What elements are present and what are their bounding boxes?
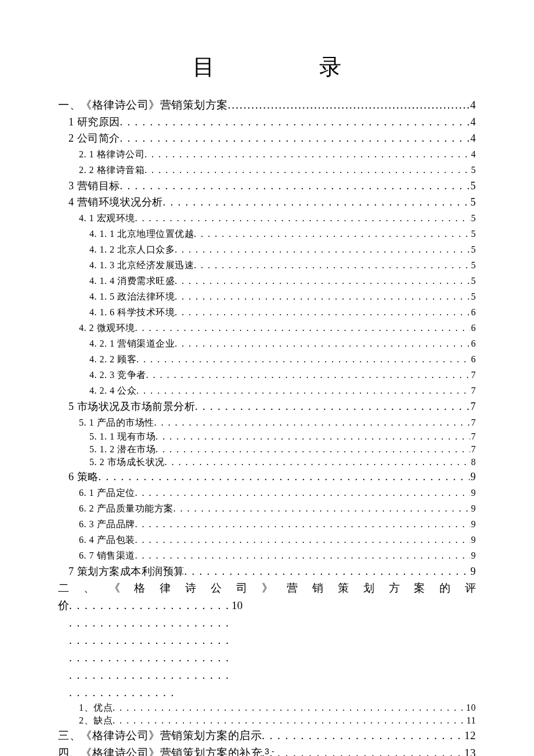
toc-entry-label: 6 策略 [68, 469, 99, 485]
toc-leader: . . . . . . . . . . . . . . . . . . . . … [135, 532, 470, 548]
document-page: 目录 一、《格律诗公司》营销策划方案......................… [0, 0, 534, 756]
toc-entry: 6. 7 销售渠道. . . . . . . . . . . . . . . .… [79, 548, 476, 563]
toc-leader: . . . . . . . . . . . . . . . . . . . . … [99, 469, 470, 485]
toc-entry: 5. 1. 1 现有市场. . . . . . . . . . . . . . … [89, 430, 476, 443]
toc-page-number: 6 [470, 320, 477, 336]
toc-leader: . . . . . . . . . . . . . . . . . . . . … [262, 727, 463, 744]
toc-leader: . . . . . . . . . . . . . . . . . . . . … [194, 226, 470, 242]
toc-entry-label: 一、《格律诗公司》营销策划方案 [58, 96, 228, 114]
toc-entry: 4. 1. 5 政治法律环境. . . . . . . . . . . . . … [89, 289, 476, 304]
toc-page-number: 10 [465, 701, 476, 714]
toc-leader: . . . . . . . . . . . . . . . . . . . . … [120, 178, 470, 194]
toc-entry-label: 二 、 《 格 律 诗 公 司 》 营 销 策 划 方 案 的 评 [58, 579, 476, 597]
toc-leader: . . . . . . . . . . . . . . . . . . . . … [195, 398, 470, 415]
toc-entry-label: 5. 2 市场成长状况 [89, 456, 165, 469]
toc-page-number: 9 [470, 469, 477, 485]
toc-page-number: 9 [470, 501, 477, 516]
toc-entry: 4 营销环境状况分析. . . . . . . . . . . . . . . … [68, 194, 476, 210]
toc-leader: . . . . . . . . . . . . . . . . . . . . … [135, 485, 470, 501]
toc-entry-label: 6. 7 销售渠道 [79, 548, 135, 563]
toc-leader: . . . . . . . . . . . . . . . . . . . . … [113, 701, 465, 714]
toc-entry: 一、《格律诗公司》营销策划方案.........................… [58, 96, 476, 114]
toc-entry-line2: 价 . . . . . . . . . . . . . . . . . . . … [58, 597, 476, 701]
toc-entry-label-tail: 价 [58, 597, 69, 614]
toc-page-number: 5 [470, 178, 477, 194]
toc-leader: . . . . . . . . . . . . . . . . . . . . … [145, 162, 470, 178]
toc-entry: 4. 1. 6 科学技术环境. . . . . . . . . . . . . … [89, 304, 476, 320]
toc-leader: . . . . . . . . . . . . . . . . . . . . … [175, 289, 470, 304]
toc-page-number: 7 [470, 398, 477, 415]
toc-entry-label: 4. 2. 1 营销渠道企业 [89, 336, 175, 351]
toc-leader: . . . . . . . . . . . . . . . . . . . . … [156, 430, 470, 443]
toc-entry: 4. 1 宏观环境. . . . . . . . . . . . . . . .… [79, 210, 476, 226]
toc-entry-label: 三、《格律诗公司》营销策划方案的启示 [58, 727, 262, 744]
toc-leader: . . . . . . . . . . . . . . . . . . . . … [156, 443, 470, 456]
toc-entry-label: 7 策划方案成本利润预算 [68, 563, 185, 579]
toc-page-number: 9 [470, 548, 477, 563]
toc-entry-label: 3 营销目标 [68, 178, 120, 194]
toc-entry-label: 2、缺点 [79, 714, 113, 727]
toc-entry-label: 4. 2. 2 顾客 [89, 351, 136, 367]
toc-page-number: 6 [470, 336, 477, 351]
toc-leader: . . . . . . . . . . . . . . . . . . . . … [136, 351, 470, 367]
toc-leader: . . . . . . . . . . . . . . . . . . . . … [136, 383, 470, 398]
toc-entry-label: 5. 1 产品的市场性 [79, 415, 154, 430]
toc-entry: 4. 1. 1 北京地理位置优越. . . . . . . . . . . . … [89, 226, 476, 242]
toc-entry-label: 4. 1. 1 北京地理位置优越 [89, 226, 194, 242]
toc-entry: 3 营销目标. . . . . . . . . . . . . . . . . … [68, 178, 476, 194]
toc-leader: . . . . . . . . . . . . . . . . . . . . … [194, 257, 470, 273]
toc-page-number: 7 [470, 367, 477, 383]
toc-leader: . . . . . . . . . . . . . . . . . . . . … [175, 336, 470, 351]
toc-entry-label: 4. 2. 3 竞争者 [89, 367, 146, 383]
toc-entry: 4. 2. 2 顾客. . . . . . . . . . . . . . . … [89, 351, 476, 367]
toc-leader: . . . . . . . . . . . . . . . . . . . . … [120, 114, 470, 130]
toc-page-number: 7 [470, 430, 477, 443]
toc-leader: . . . . . . . . . . . . . . . . . . . . … [165, 456, 470, 469]
toc-entry-label: 6. 4 产品包装 [79, 532, 135, 548]
toc-entry: 1、优点. . . . . . . . . . . . . . . . . . … [79, 701, 476, 714]
toc-page-number: 4 [470, 114, 477, 130]
toc-page-number: 7 [470, 415, 477, 430]
toc-page-number: 5 [470, 162, 477, 178]
toc-page-number: 4 [470, 146, 477, 162]
toc-entry-label: 1 研究原因 [68, 114, 120, 130]
toc-entry-label: 6. 1 产品定位 [79, 485, 135, 501]
toc-page-number: 9 [470, 516, 477, 532]
toc-entry-label: 4. 1 宏观环境 [79, 210, 135, 226]
toc-entry: 4. 1. 3 北京经济发展迅速. . . . . . . . . . . . … [89, 257, 476, 273]
toc-entry: 2、缺点. . . . . . . . . . . . . . . . . . … [79, 714, 476, 727]
toc-leader: . . . . . . . . . . . . . . . . . . . . … [185, 563, 470, 579]
toc-entry: 5 市场状况及市场前景分析. . . . . . . . . . . . . .… [68, 398, 476, 415]
toc-leader: . . . . . . . . . . . . . . . . . . . . … [135, 516, 470, 532]
toc-page-number: 5 [470, 289, 477, 304]
toc-entry: 4. 2. 3 竞争者. . . . . . . . . . . . . . .… [89, 367, 476, 383]
toc-page-number: 4 [470, 130, 477, 146]
toc-entry: 6. 1 产品定位. . . . . . . . . . . . . . . .… [79, 485, 476, 501]
toc-leader: . . . . . . . . . . . . . . . . . . . . … [135, 210, 470, 226]
toc-page-number: 6 [470, 304, 477, 320]
toc-page-number: 12 [463, 727, 476, 744]
toc-entry-label: 5. 1. 1 现有市场 [89, 430, 156, 443]
toc-entry: 6. 3 产品品牌. . . . . . . . . . . . . . . .… [79, 516, 476, 532]
toc-page-number: 5 [470, 273, 477, 289]
toc-page-number: 9 [470, 563, 477, 579]
toc-entry-label: 4. 1. 3 北京经济发展迅速 [89, 257, 194, 273]
toc-page-number: 5 [470, 194, 477, 210]
toc-entry-label: 5 市场状况及市场前景分析 [68, 398, 195, 415]
toc-entry: 4. 1. 4 消费需求旺盛. . . . . . . . . . . . . … [89, 273, 476, 289]
toc-leader: . . . . . . . . . . . . . . . . . . . . … [69, 597, 232, 701]
toc-entry: 4. 1. 2 北京人口众多. . . . . . . . . . . . . … [89, 242, 476, 257]
toc-page-number: 9 [470, 485, 477, 501]
toc-entry: 5. 2 市场成长状况. . . . . . . . . . . . . . .… [89, 456, 476, 469]
toc-list: 一、《格律诗公司》营销策划方案.........................… [58, 96, 476, 579]
toc-entry-label: 4 营销环境状况分析 [68, 194, 163, 210]
toc-entry: 2 公司简介. . . . . . . . . . . . . . . . . … [68, 130, 476, 146]
toc-entry-label: 4. 2. 4 公众 [89, 383, 136, 398]
toc-page-number: 11 [466, 714, 476, 727]
toc-leader: . . . . . . . . . . . . . . . . . . . . … [146, 367, 470, 383]
toc-entry: 2. 2 格律诗音箱. . . . . . . . . . . . . . . … [79, 162, 476, 178]
toc-entry-label: 2 公司简介 [68, 130, 120, 146]
toc-entry-label: 5. 1. 2 潜在市场 [89, 443, 156, 456]
toc-entry-label: 2. 2 格律诗音箱 [79, 162, 145, 178]
toc-page-number: 7 [470, 443, 477, 456]
